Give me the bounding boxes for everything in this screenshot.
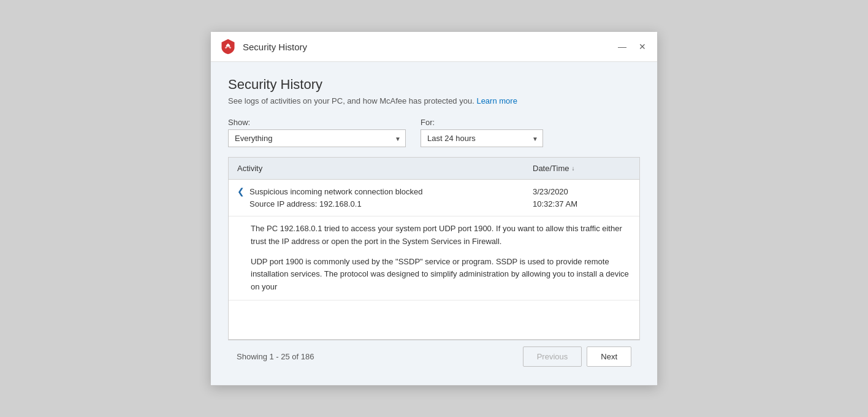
row-time: 10:32:37 AM: [533, 199, 577, 208]
activity-line1: Suspicious incoming network connection b…: [249, 187, 423, 196]
detail-paragraph-1: The PC 192.168.0.1 tried to access your …: [251, 223, 631, 248]
show-select-wrapper: Everything: [228, 129, 406, 147]
subtitle-text: See logs of activities on your PC, and h…: [228, 96, 474, 105]
window-title: Security History: [243, 42, 307, 52]
title-bar-controls: — ✕: [615, 41, 649, 52]
close-button[interactable]: ✕: [636, 41, 649, 52]
table-body[interactable]: ❮ Suspicious incoming network connection…: [229, 180, 639, 339]
detail-paragraph-2: UDP port 1900 is commonly used by the "S…: [251, 256, 631, 294]
previous-button: Previous: [523, 346, 582, 367]
show-label: Show:: [228, 118, 406, 127]
table-row: ❮ Suspicious incoming network connection…: [229, 180, 639, 216]
row-date: 3/23/2020: [533, 187, 568, 196]
page-subtitle: See logs of activities on your PC, and h…: [228, 96, 640, 105]
minimize-button[interactable]: —: [615, 41, 629, 52]
title-bar-left: Security History: [219, 38, 307, 55]
title-bar: Security History — ✕: [211, 32, 657, 62]
pagination-bar: Showing 1 - 25 of 186 Previous Next: [228, 340, 640, 373]
content-area: Security History See logs of activities …: [211, 62, 657, 385]
pagination-info: Showing 1 - 25 of 186: [237, 352, 314, 361]
activity-line2: Source IP address: 192.168.0.1: [249, 199, 362, 208]
security-history-window: Security History — ✕ Security History Se…: [210, 31, 658, 386]
learn-more-link[interactable]: Learn more: [476, 96, 517, 105]
col-datetime-header: Date/Time ↓: [533, 164, 631, 173]
filters-row: Show: Everything For: Last 24 hours: [228, 118, 640, 147]
activity-table: Activity Date/Time ↓ ❮ Suspicious incomi…: [228, 157, 640, 340]
table-header: Activity Date/Time ↓: [229, 158, 639, 180]
col-datetime-label: Date/Time: [533, 164, 569, 173]
for-filter-group: For: Last 24 hours: [421, 118, 543, 147]
mcafee-logo-icon: [219, 38, 237, 55]
row-detail: The PC 192.168.0.1 tried to access your …: [229, 216, 639, 300]
pagination-buttons: Previous Next: [523, 346, 631, 367]
for-label: For:: [421, 118, 543, 127]
page-title: Security History: [228, 77, 640, 93]
col-activity-header: Activity: [237, 164, 533, 173]
for-select[interactable]: Last 24 hours: [421, 129, 543, 147]
next-button[interactable]: Next: [587, 346, 631, 367]
for-select-wrapper: Last 24 hours: [421, 129, 543, 147]
activity-text: Suspicious incoming network connection b…: [249, 186, 533, 210]
datetime-text: 3/23/2020 10:32:37 AM: [533, 186, 631, 210]
sort-arrow-icon: ↓: [571, 165, 574, 172]
show-filter-group: Show: Everything: [228, 118, 406, 147]
expand-icon[interactable]: ❮: [237, 186, 245, 196]
show-select[interactable]: Everything: [228, 129, 406, 147]
